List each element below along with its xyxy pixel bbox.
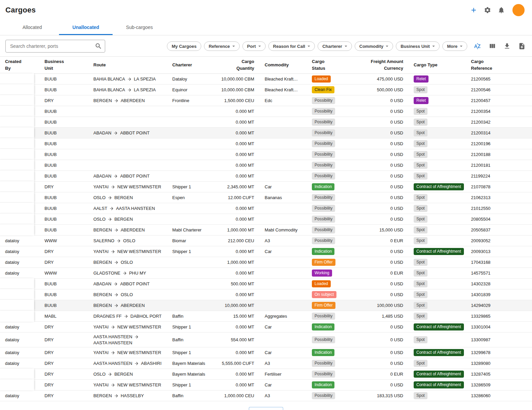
search-input[interactable] — [5, 40, 105, 53]
commodity-cell — [259, 218, 310, 221]
route-to: NEW WESTMINSTER — [117, 184, 161, 189]
settings-button[interactable] — [483, 5, 492, 15]
table-row[interactable]: dataloyWWWSALERNOOSLOBiomar212.000 CEUA3… — [0, 235, 532, 246]
commodity-cell: Car — [259, 247, 310, 256]
table-row[interactable]: BUUBAALSTAASTA HANSTEEN0.000 MTPossibili… — [0, 203, 532, 214]
table-row[interactable]: BUUBBERGENOSLO0.000 MTOn subject0 USDSpo… — [0, 289, 532, 300]
filter-chip-commodity[interactable]: Commodity — [355, 41, 393, 51]
table-row[interactable]: BUUBBAHIA BLANCALA SPEZIAEquinor10,000.0… — [0, 85, 532, 95]
table-row[interactable]: DRYBERGENABERDEENFrontline1,500.000 CEUE… — [0, 95, 532, 106]
table-row[interactable]: BUUBABADANABBOT POINT0.000 MTPossibility… — [0, 171, 532, 182]
column-header-cargo-reference[interactable]: CargoReference — [469, 57, 521, 73]
tab-allocated[interactable]: Allocated — [5, 20, 59, 35]
column-header-route[interactable]: Route — [93, 60, 172, 70]
cargo-type-badge: Contract of Affreightment — [414, 183, 464, 190]
tab-sub-cargoes[interactable]: Sub-cargoes — [113, 20, 166, 35]
download-button[interactable] — [502, 41, 512, 51]
cargo-quantity-cell: 0.000 MT — [217, 269, 259, 277]
table-row[interactable]: BUUB0.000 MTPossibility0 USDSpot21200181 — [0, 160, 532, 171]
route-arrow-icon — [111, 185, 115, 189]
avatar[interactable] — [512, 4, 525, 16]
table-row[interactable]: dataloyWWWGLADSTONEPHU MY0.000 MTWorking… — [0, 268, 532, 279]
column-header-charterer[interactable]: Charterer — [172, 60, 217, 70]
cargo-quantity-cell: 1,000.000 CEU — [217, 391, 259, 400]
table-row[interactable]: BUUBBERGENABERDEENMabl Charterer1,000.00… — [0, 225, 532, 235]
table-row[interactable]: DRYOSLOBERGENBayern Materials0.000 MTFer… — [0, 369, 532, 380]
column-header-cargo-type[interactable]: Cargo Type — [408, 60, 469, 70]
cargo-type-cell: Spot — [408, 225, 469, 235]
table-row[interactable]: dataloyDRYYANTAINEW WESTMINSTERShipper 1… — [0, 347, 532, 358]
filter-chip-more[interactable]: More — [442, 41, 467, 51]
table-row[interactable]: BUUBOSLOBERGEN0.000 MTPossibility0 USDSp… — [0, 214, 532, 225]
commodity-cell: A3 — [259, 391, 310, 400]
chevron-down-icon — [384, 43, 390, 49]
commodity-cell — [259, 338, 310, 342]
created-by-cell — [0, 182, 45, 192]
table-row[interactable]: BUUBABADANABBOT POINT500.000 MTLoaded0 U… — [0, 279, 532, 289]
cargo-type-cell: Contract of Affreightment — [408, 380, 469, 390]
charterer-cell — [172, 218, 217, 221]
charterer-cell: Shipper 1 — [172, 381, 217, 389]
cargo-quantity-cell: 5,555.000 CUFT — [217, 359, 259, 368]
cargo-quantity-cell: 0.000 MT — [217, 215, 259, 223]
table-row[interactable]: BUUB0.000 MTPossibility0 USDSpot21200188 — [0, 149, 532, 160]
table-row[interactable]: dataloyDRYYANTAINEW WESTMINSTERShipper 1… — [0, 322, 532, 333]
column-header-cargo-quantity[interactable]: CargoQuantity — [217, 57, 259, 73]
filter-chip-business-unit[interactable]: Business Unit — [396, 41, 440, 51]
column-header-cargo-status[interactable]: CargoStatus — [310, 57, 359, 73]
status-badge: Possibility — [312, 194, 335, 201]
export-button[interactable] — [517, 41, 527, 51]
table-row[interactable]: DRYYANTAINEW WESTMINSTERShipper 10.000 M… — [0, 380, 532, 390]
created-by-value: dataloy — [5, 361, 19, 366]
route-cell — [93, 110, 172, 113]
table-row[interactable]: dataloyDRYAASTA HANSTEENAASTA HANSTEENBa… — [0, 333, 532, 347]
table-row[interactable]: BUUBABADANABBOT POINT0.000 MTPossibility… — [0, 128, 532, 138]
freight-amount-cell: 0 USD — [359, 290, 408, 299]
table-row[interactable]: dataloyDRYBERGENHASSELBYBaffin1,000.000 … — [0, 390, 532, 401]
freight-amount-cell: 0 USD — [359, 323, 408, 331]
notifications-button[interactable] — [497, 5, 506, 15]
route-cell: OSLOBERGEN — [93, 370, 172, 378]
table-row[interactable]: dataloyDRYYANTAINEW WESTMINSTERShipper 1… — [0, 246, 532, 257]
route-from: BERGEN — [93, 227, 112, 232]
filter-chip-my-cargoes[interactable]: My Cargoes — [167, 41, 201, 51]
table-row[interactable]: BUUBBERGENABERDEEN10,000.000 MTFirm Offe… — [0, 300, 532, 311]
table-row[interactable]: BUUBBAHIA BLANCALA SPEZIADataloy10,000.0… — [0, 74, 532, 85]
table-row[interactable]: DRYYANTAINEW WESTMINSTERShipper 12,345.0… — [0, 182, 532, 192]
created-by-cell — [0, 160, 45, 170]
filter-chip-port[interactable]: Port — [242, 41, 266, 51]
load-more-button[interactable]: Load more — [249, 407, 283, 410]
columns-button[interactable] — [487, 41, 497, 51]
column-header-created-by[interactable]: CreatedBy — [0, 57, 45, 73]
table-row[interactable]: dataloyDRYAASTA HANSTEENABASHIRIBayern M… — [0, 358, 532, 369]
column-header-freight-amount-currency[interactable]: Freight AmountCurrency — [359, 57, 408, 73]
table-row[interactable]: BUUB0.000 MTPossibility0 USDSpot21200342 — [0, 117, 532, 128]
chevron-down-icon — [343, 43, 349, 49]
route-arrow-icon — [113, 174, 118, 179]
route-from: AALST — [93, 206, 107, 211]
created-by-value: dataloy — [5, 324, 19, 329]
filter-chip-reference[interactable]: Reference — [204, 41, 240, 51]
commodity-cell: Car — [259, 323, 310, 331]
status-badge: Possibility — [312, 216, 335, 223]
table-row[interactable]: BUUBOSLOBERGENEspen12.000 CUFTBananasPos… — [0, 192, 532, 203]
filter-chip-reason-for-call[interactable]: Reason for Call — [268, 41, 315, 51]
column-header-commodity[interactable]: Commodity — [259, 60, 310, 70]
cargo-reference-cell: 17043168 — [469, 258, 521, 266]
table-row[interactable]: BUUB0.000 MTPossibility0 USDSpot21200354 — [0, 106, 532, 117]
table-row[interactable]: BUUB0.000 MTPossibility0 USDSpot21200196 — [0, 138, 532, 149]
filter-chip-charterer[interactable]: Charterer — [318, 41, 352, 51]
table-row[interactable]: MABLDRAGNES FFDABHOL PORTBaffin15.000 MT… — [0, 311, 532, 322]
add-button[interactable] — [469, 5, 478, 15]
cargo-status-cell: Possibility — [310, 138, 359, 149]
tab-unallocated[interactable]: Unallocated — [59, 20, 113, 35]
sort-alpha-button[interactable] — [473, 41, 482, 51]
route-from: AASTA HANSTEEN — [93, 334, 132, 339]
route-cell: DRAGNES FFDABHOL PORT — [93, 312, 172, 320]
column-header-business-unit[interactable]: BusinessUnit — [45, 57, 93, 73]
table-row[interactable]: dataloyDRYBERGENOSLO1,000.000 MTFirm Off… — [0, 257, 532, 268]
commodity-cell: Mabl Commodity — [259, 226, 310, 234]
cargo-type-cell: Spot — [408, 128, 469, 138]
route-to: OSLO — [121, 260, 133, 265]
search-icon[interactable] — [95, 42, 102, 50]
